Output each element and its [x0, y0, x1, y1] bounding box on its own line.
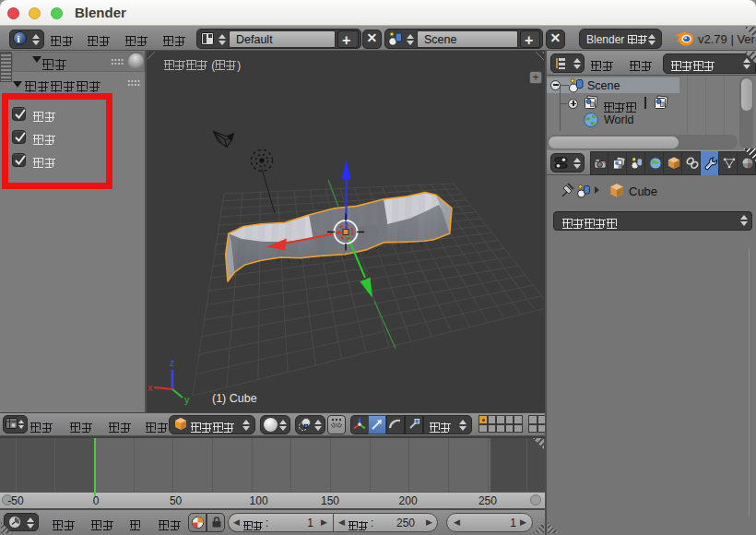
svg-text:z: z — [170, 357, 175, 368]
svg-text:y: y — [184, 394, 190, 405]
svg-text:x: x — [148, 382, 153, 393]
